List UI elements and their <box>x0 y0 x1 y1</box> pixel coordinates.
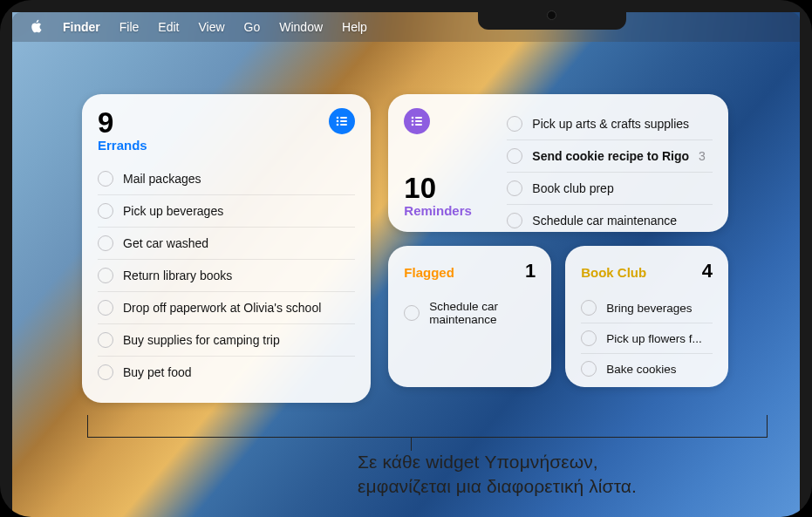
annotation-bracket <box>87 415 768 438</box>
list-icon <box>329 108 355 134</box>
bookclub-list: Bring beverages Pick up flowers f... Bak… <box>581 293 713 384</box>
checkbox-circle-icon[interactable] <box>507 116 522 132</box>
menu-edit[interactable]: Edit <box>158 20 179 34</box>
menu-go[interactable]: Go <box>244 20 261 34</box>
menu-view[interactable]: View <box>198 20 224 34</box>
checkbox-circle-icon[interactable] <box>507 180 522 196</box>
reminder-item[interactable]: Pick up beverages <box>98 194 355 227</box>
errands-count: 9 <box>98 108 147 137</box>
svg-point-8 <box>412 120 414 123</box>
svg-point-10 <box>412 124 414 126</box>
checkbox-circle-icon[interactable] <box>98 171 113 187</box>
errands-list: Mail packages Pick up beverages Get car … <box>98 163 355 388</box>
errands-title: Errands <box>98 138 147 153</box>
subtask-count: 3 <box>699 149 713 163</box>
apple-menu-icon[interactable] <box>30 19 44 36</box>
reminders-all-list: Pick up arts & crafts supplies Send cook… <box>507 108 713 221</box>
reminder-item[interactable]: Bring beverages <box>581 293 713 323</box>
reminder-item[interactable]: Get car washed <box>98 227 355 259</box>
widget-flagged[interactable]: Flagged 1 Schedule car maintenance <box>388 246 551 387</box>
svg-rect-7 <box>415 117 422 119</box>
reminder-item[interactable]: Pick up flowers f... <box>581 323 713 353</box>
checkbox-circle-icon[interactable] <box>98 300 113 316</box>
svg-point-6 <box>412 117 414 119</box>
svg-rect-9 <box>415 120 422 122</box>
svg-rect-11 <box>415 124 422 126</box>
bookclub-title: Book Club <box>581 265 646 280</box>
reminder-item[interactable]: Drop off paperwork at Olivia's school <box>98 291 355 323</box>
reminders-all-title: Reminders <box>404 203 502 218</box>
checkbox-circle-icon[interactable] <box>98 332 113 348</box>
menu-window[interactable]: Window <box>279 20 323 34</box>
list-icon <box>404 108 430 134</box>
reminder-item[interactable]: Schedule car maintenance <box>507 204 713 236</box>
bookclub-count: 4 <box>702 260 713 282</box>
device-notch <box>478 0 626 30</box>
checkbox-circle-icon[interactable] <box>507 148 522 164</box>
menu-app-name[interactable]: Finder <box>63 20 100 34</box>
reminder-item[interactable]: Bake cookies <box>581 353 713 384</box>
widget-errands[interactable]: 9 Errands Mail packages Pick up beverage… <box>82 94 371 403</box>
checkbox-circle-icon[interactable] <box>98 268 113 283</box>
widget-book-club[interactable]: Book Club 4 Bring beverages Pick up flow… <box>565 246 728 387</box>
checkbox-circle-icon[interactable] <box>404 305 420 321</box>
svg-rect-5 <box>340 124 347 126</box>
checkbox-circle-icon[interactable] <box>507 213 522 228</box>
reminder-item[interactable]: Buy pet food <box>98 356 355 388</box>
flagged-count: 1 <box>525 260 536 282</box>
menu-help[interactable]: Help <box>342 20 367 34</box>
svg-point-4 <box>337 124 339 126</box>
reminder-item[interactable]: Send cookie recipe to Rigo3 <box>507 139 713 172</box>
menu-file[interactable]: File <box>119 20 140 34</box>
checkbox-circle-icon[interactable] <box>98 203 113 219</box>
checkbox-circle-icon[interactable] <box>98 364 113 380</box>
reminder-item[interactable]: Buy supplies for camping trip <box>98 323 355 356</box>
svg-point-0 <box>337 117 339 119</box>
checkbox-circle-icon[interactable] <box>581 300 597 316</box>
checkbox-circle-icon[interactable] <box>581 361 597 377</box>
reminder-item[interactable]: Return library books <box>98 259 355 291</box>
checkbox-circle-icon[interactable] <box>581 330 597 346</box>
menubar: Finder File Edit View Go Window Help <box>12 12 800 42</box>
reminder-item[interactable]: Book club prep <box>507 172 713 204</box>
flagged-title: Flagged <box>404 265 454 280</box>
reminder-item[interactable]: Mail packages <box>98 163 355 194</box>
reminder-item[interactable]: Schedule car maintenance <box>404 293 536 333</box>
checkbox-circle-icon[interactable] <box>98 235 113 251</box>
svg-point-2 <box>337 120 339 123</box>
annotation-caption: Σε κάθε widget Υπομνήσεων, εμφανίζεται μ… <box>358 450 724 500</box>
flagged-list: Schedule car maintenance <box>404 293 536 333</box>
svg-rect-3 <box>340 120 347 122</box>
reminder-item[interactable]: Pick up arts & crafts supplies <box>507 108 713 139</box>
svg-rect-1 <box>340 117 347 119</box>
widget-reminders-all[interactable]: 10 Reminders Pick up arts & crafts suppl… <box>388 94 728 232</box>
reminders-all-count: 10 <box>404 173 502 202</box>
